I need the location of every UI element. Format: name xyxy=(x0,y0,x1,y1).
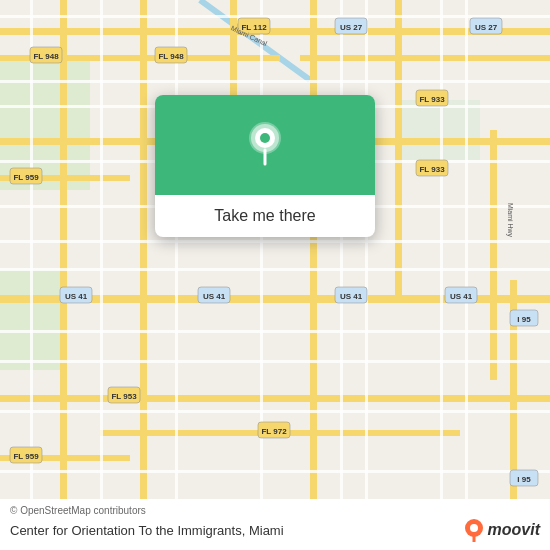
svg-rect-35 xyxy=(175,0,178,550)
svg-text:FL 953: FL 953 xyxy=(111,392,137,401)
svg-text:I 95: I 95 xyxy=(517,475,531,484)
svg-text:US 41: US 41 xyxy=(340,292,363,301)
svg-text:FL 959: FL 959 xyxy=(13,452,39,461)
svg-text:FL 933: FL 933 xyxy=(419,95,445,104)
location-name: Center for Orientation To the Immigrants… xyxy=(10,523,284,538)
popup-header xyxy=(155,95,375,195)
svg-rect-40 xyxy=(465,0,468,550)
svg-text:Miami Hwy: Miami Hwy xyxy=(506,203,514,238)
svg-text:US 41: US 41 xyxy=(450,292,473,301)
svg-text:FL 959: FL 959 xyxy=(13,173,39,182)
popup-content: Take me there xyxy=(155,195,375,237)
svg-text:FL 972: FL 972 xyxy=(261,427,287,436)
svg-point-82 xyxy=(260,133,270,143)
location-popup: Take me there xyxy=(155,95,375,237)
svg-text:US 41: US 41 xyxy=(203,292,226,301)
svg-rect-37 xyxy=(340,0,343,550)
svg-rect-36 xyxy=(260,0,263,550)
svg-rect-18 xyxy=(490,130,497,380)
svg-rect-33 xyxy=(30,0,33,550)
svg-rect-6 xyxy=(300,55,550,61)
svg-text:FL 933: FL 933 xyxy=(419,165,445,174)
svg-rect-17 xyxy=(395,0,402,300)
svg-text:FL 948: FL 948 xyxy=(158,52,184,61)
map-attribution: © OpenStreetMap contributors xyxy=(10,505,540,516)
svg-text:US 27: US 27 xyxy=(475,23,498,32)
map-container: FL 112 FL 948 FL 948 US 27 US 27 FL 933 … xyxy=(0,0,550,550)
moovit-pin-icon xyxy=(464,518,484,542)
svg-text:FL 948: FL 948 xyxy=(33,52,59,61)
moovit-brand-text: moovit xyxy=(488,521,540,539)
svg-point-84 xyxy=(470,524,478,532)
svg-text:US 41: US 41 xyxy=(65,292,88,301)
svg-rect-34 xyxy=(100,0,103,550)
svg-rect-38 xyxy=(365,0,368,550)
svg-text:US 27: US 27 xyxy=(340,23,363,32)
bottom-info-bar: © OpenStreetMap contributors Center for … xyxy=(0,499,550,550)
location-pin-icon xyxy=(243,123,287,167)
moovit-logo: moovit xyxy=(464,518,540,542)
svg-text:I 95: I 95 xyxy=(517,315,531,324)
location-info-row: Center for Orientation To the Immigrants… xyxy=(10,518,540,542)
svg-rect-39 xyxy=(440,0,443,550)
take-me-there-button[interactable]: Take me there xyxy=(214,207,315,225)
